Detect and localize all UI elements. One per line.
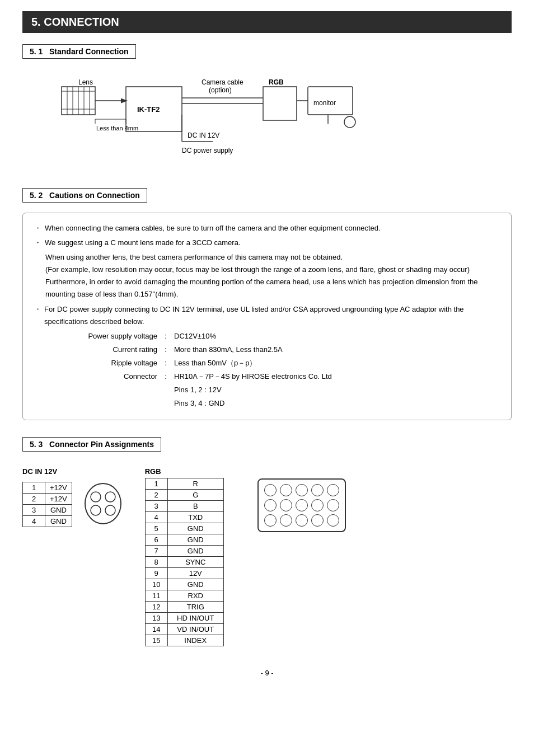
- subsection-3-number: 5. 3: [30, 440, 43, 449]
- rgb-pin-circle-4: [311, 484, 324, 496]
- table-row: 3GND: [23, 505, 72, 516]
- rgb-connector-diagram: [257, 478, 346, 532]
- svg-text:DC power supply: DC power supply: [182, 147, 233, 154]
- dc-connector-diagram: [83, 481, 123, 528]
- rgb-pin-circle-5: [327, 484, 339, 496]
- table-row: 7GND: [145, 546, 223, 557]
- table-row: 15INDEX: [145, 635, 223, 646]
- rgb-pin-number: 6: [145, 534, 167, 546]
- rgb-label: RGB: [145, 467, 161, 476]
- table-row: 4GND: [23, 516, 72, 527]
- rgb-pin-circle-8: [296, 499, 308, 511]
- caution-2-text: We suggest using a C mount lens made for…: [45, 237, 240, 249]
- dc-pin-signal: +12V: [45, 494, 72, 505]
- spec-value-connector: HR10A－7P－4S by HIROSE electronics Co. Lt…: [174, 370, 500, 383]
- rgb-pin-number: 13: [145, 613, 167, 624]
- dc-block: DC IN 12V 1+12V2+12V3GND4GND: [22, 467, 123, 528]
- dc-pin-number: 4: [23, 516, 45, 527]
- subsection-3-title: Connector Pin Assignments: [49, 440, 154, 449]
- rgb-pin-number: 9: [145, 568, 167, 579]
- caution-1: ・ When connecting the camera cables, be …: [34, 222, 500, 234]
- subsection-1-box: 5. 1 Standard Connection: [22, 44, 136, 59]
- dc-connector-svg: [83, 481, 123, 526]
- rgb-pin-number: 8: [145, 557, 167, 568]
- rgb-pin-number: 4: [145, 512, 167, 523]
- dc-pin-signal: +12V: [45, 482, 72, 494]
- rgb-pin-signal: RXD: [167, 590, 223, 602]
- svg-text:RGB: RGB: [269, 78, 284, 86]
- dc-pin-number: 1: [23, 482, 45, 494]
- svg-text:Lens: Lens: [78, 78, 93, 86]
- section-title: CONNECTION: [44, 16, 119, 28]
- rgb-pin-signal: GND: [167, 523, 223, 534]
- rgb-connector-row-3: [264, 514, 339, 527]
- rgb-pin-number: 11: [145, 590, 167, 602]
- dc-connector-area: 1+12V2+12V3GND4GND: [22, 481, 123, 528]
- rgb-pin-signal: TXD: [167, 512, 223, 523]
- svg-text:IK-TF2: IK-TF2: [137, 105, 160, 114]
- rgb-pin-circle-1: [264, 484, 277, 496]
- svg-text:DC IN 12V: DC IN 12V: [188, 132, 219, 139]
- table-row: 912V: [145, 568, 223, 579]
- spec-label-ripple: Ripple voltage: [68, 357, 157, 369]
- rgb-pin-number: 5: [145, 523, 167, 534]
- rgb-pin-signal: SYNC: [167, 557, 223, 568]
- subsection-2-number: 5. 2: [30, 191, 43, 200]
- rgb-pin-table: 1R2G3B4TXD5GND6GND7GND8SYNC912V10GND11RX…: [145, 478, 224, 646]
- svg-rect-25: [263, 87, 297, 120]
- subsection-1-title: Standard Connection: [49, 47, 129, 56]
- rgb-pin-circle-9: [311, 499, 324, 511]
- dc-pin-signal: GND: [45, 516, 72, 527]
- rgb-pin-number: 10: [145, 579, 167, 590]
- rgb-pin-circle-2: [280, 484, 292, 496]
- spec-table: Power supply voltage : DC12V±10% Current…: [68, 330, 500, 410]
- rgb-pin-signal: GND: [167, 579, 223, 590]
- spec-value-ripple: Less than 50mV（p－p）: [174, 357, 500, 369]
- svg-point-31: [85, 483, 121, 524]
- spec-value-current: More than 830mA, Less than2.5A: [174, 344, 500, 356]
- cautions-box: ・ When connecting the camera cables, be …: [22, 213, 512, 420]
- rgb-connector-row-1: [264, 484, 339, 496]
- svg-point-35: [105, 505, 115, 515]
- subsection-2-box: 5. 2 Cautions on Connection: [22, 188, 147, 203]
- svg-point-34: [91, 505, 101, 515]
- rgb-pin-number: 1: [145, 478, 167, 490]
- rgb-connector-block: [257, 478, 346, 532]
- subsection-3-box: 5. 3 Connector Pin Assignments: [22, 437, 161, 452]
- subsection-2-title: Cautions on Connection: [49, 191, 140, 200]
- spec-value-pins34: Pins 3, 4 : GND: [174, 397, 500, 410]
- rgb-pin-number: 3: [145, 501, 167, 512]
- spec-label-voltage: Power supply voltage: [68, 330, 157, 342]
- table-row: 11RXD: [145, 590, 223, 602]
- rgb-pin-circle-11: [264, 514, 277, 527]
- rgb-pin-circle-15: [327, 514, 339, 527]
- rgb-pin-number: 7: [145, 546, 167, 557]
- rgb-pin-signal: TRIG: [167, 602, 223, 613]
- connection-svg: Lens IK-TF2 Camera cable (option) DC IN …: [45, 74, 381, 170]
- table-row: 5GND: [145, 523, 223, 534]
- connection-diagram: Lens IK-TF2 Camera cable (option) DC IN …: [45, 74, 512, 171]
- spec-row-ripple: Ripple voltage : Less than 50mV（p－p）: [68, 357, 500, 369]
- spec-row-voltage: Power supply voltage : DC12V±10%: [68, 330, 500, 342]
- spec-row-connector: Connector : HR10A－7P－4S by HIROSE electr…: [68, 370, 500, 383]
- table-row: 10GND: [145, 579, 223, 590]
- rgb-block: RGB 1R2G3B4TXD5GND6GND7GND8SYNC912V10GND…: [145, 467, 224, 646]
- rgb-pin-signal: INDEX: [167, 635, 223, 646]
- rgb-pin-circle-13: [296, 514, 308, 527]
- bullet-1: ・: [34, 222, 41, 234]
- subsection-1-number: 5. 1: [30, 47, 43, 56]
- rgb-pin-signal: GND: [167, 546, 223, 557]
- rgb-pin-signal: GND: [167, 534, 223, 546]
- table-row: 6GND: [145, 534, 223, 546]
- rgb-pin-signal: 12V: [167, 568, 223, 579]
- table-row: 13HD IN/OUT: [145, 613, 223, 624]
- rgb-pin-circle-6: [264, 499, 277, 511]
- pin-assignments-section: DC IN 12V 1+12V2+12V3GND4GND RGB 1R2G3B4…: [22, 467, 512, 646]
- rgb-pin-circle-10: [327, 499, 339, 511]
- spec-row-current: Current rating : More than 830mA, Less t…: [68, 344, 500, 356]
- table-row: 1+12V: [23, 482, 72, 494]
- bullet-2: ・: [34, 237, 41, 249]
- rgb-pin-signal: B: [167, 501, 223, 512]
- rgb-pin-signal: VD IN/OUT: [167, 624, 223, 635]
- table-row: 2+12V: [23, 494, 72, 505]
